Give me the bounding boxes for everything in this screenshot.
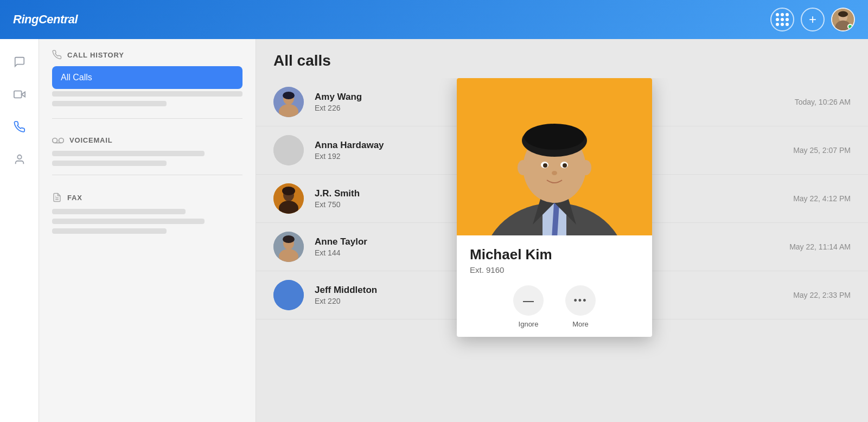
online-status-indicator	[847, 24, 853, 29]
more-label: More	[572, 320, 589, 328]
page-title: All calls	[273, 52, 851, 69]
svg-point-6	[17, 155, 21, 159]
svg-point-7	[53, 138, 58, 143]
ph-bar-1	[52, 151, 205, 156]
ph-bar-4	[52, 219, 205, 224]
call-history-section: CALL HISTORY All Calls	[39, 39, 256, 116]
more-action[interactable]: ••• More	[565, 285, 596, 328]
svg-point-38	[563, 163, 567, 168]
add-button[interactable]: +	[801, 8, 825, 31]
sidebar-item-chat[interactable]	[8, 50, 31, 74]
svg-point-3	[838, 11, 848, 17]
sidebar-item-video[interactable]	[8, 82, 31, 106]
call-time-jeff-middleton: May 22, 2:33 PM	[793, 291, 851, 299]
call-time-anna-hardaway: May 25, 2:07 PM	[793, 146, 851, 155]
sidebar-item-contacts[interactable]	[8, 148, 31, 171]
svg-point-40	[518, 160, 528, 175]
fax-section: FAX	[39, 184, 256, 209]
svg-point-25	[273, 280, 304, 310]
svg-point-23	[283, 235, 295, 243]
call-time-amy-wang: Today, 10:26 AM	[795, 98, 851, 106]
svg-marker-4	[21, 92, 24, 97]
avatar-jeff-middleton	[273, 280, 304, 310]
svg-point-41	[580, 160, 591, 175]
ignore-label: Ignore	[519, 320, 539, 328]
svg-point-8	[59, 138, 63, 143]
svg-point-34	[524, 124, 585, 150]
svg-point-16	[273, 135, 304, 165]
svg-point-14	[283, 92, 295, 99]
avatar-anna-hardaway	[273, 135, 304, 165]
phone-small-icon	[52, 50, 62, 60]
dots-grid-icon	[776, 13, 789, 26]
calls-inner: Amy Wang Ext 226 Today, 10:26 AM Anna Ha…	[256, 78, 868, 319]
ignore-action[interactable]: — Ignore	[513, 285, 544, 328]
contact-card-photo	[457, 78, 652, 235]
section-divider-1	[52, 118, 242, 119]
ph-bar-5	[52, 228, 167, 234]
header-actions: +	[770, 8, 855, 31]
sidebar-panel: CALL HISTORY All Calls VOICEMAIL	[39, 39, 256, 422]
contact-card: Michael Kim Ext. 9160 — Ignore	[457, 78, 652, 337]
all-calls-nav-item[interactable]: All Calls	[52, 66, 242, 89]
call-history-title: CALL HISTORY	[52, 50, 242, 60]
avatar-anne-taylor	[273, 232, 304, 262]
sidebar-icons	[0, 39, 39, 422]
voicemail-section: VOICEMAIL	[39, 127, 256, 151]
contact-card-actions: — Ignore ••• More	[470, 285, 639, 328]
ph-bar-2	[52, 161, 167, 166]
header: RingCentral +	[0, 0, 868, 39]
voicemail-label: VOICEMAIL	[69, 136, 112, 144]
ph-bar-3	[52, 209, 186, 214]
svg-point-37	[543, 163, 547, 168]
voicemail-placeholders	[39, 151, 256, 166]
svg-point-19	[282, 187, 295, 195]
avatar-amy-wang	[273, 87, 304, 117]
call-time-jr-smith: May 22, 4:12 PM	[793, 194, 851, 203]
contact-card-name: Michael Kim	[470, 246, 639, 263]
svg-point-39	[552, 171, 557, 175]
fax-icon	[52, 193, 62, 202]
voicemail-title: VOICEMAIL	[52, 136, 242, 144]
more-button[interactable]: •••	[565, 285, 596, 316]
call-history-label: CALL HISTORY	[67, 51, 124, 59]
voicemail-icon	[52, 137, 64, 144]
grid-menu-button[interactable]	[770, 8, 794, 31]
app-logo: RingCentral	[13, 12, 78, 27]
user-avatar[interactable]	[831, 8, 855, 31]
sidebar-item-phone[interactable]	[8, 115, 31, 139]
fax-title: FAX	[52, 193, 242, 202]
call-list-header: All calls	[256, 39, 868, 78]
call-time-anne-taylor: May 22, 11:14 AM	[789, 242, 851, 251]
fax-placeholders	[39, 209, 256, 234]
avatar-jr-smith	[273, 183, 304, 214]
svg-rect-5	[14, 91, 21, 98]
call-list: All calls Amy Wang Ex	[256, 39, 868, 422]
contact-card-ext: Ext. 9160	[470, 265, 639, 274]
more-icon: •••	[574, 295, 588, 306]
fax-label: FAX	[67, 194, 82, 202]
ignore-icon: —	[523, 295, 534, 307]
calls-container: Amy Wang Ext 226 Today, 10:26 AM Anna Ha…	[256, 78, 868, 422]
main-content: CALL HISTORY All Calls VOICEMAIL	[0, 39, 868, 422]
nav-placeholder-2	[52, 101, 167, 106]
ignore-button[interactable]: —	[513, 285, 544, 316]
contact-card-info: Michael Kim Ext. 9160 — Ignore	[457, 235, 652, 337]
nav-placeholder-1	[52, 91, 242, 97]
section-divider-2	[52, 175, 242, 175]
